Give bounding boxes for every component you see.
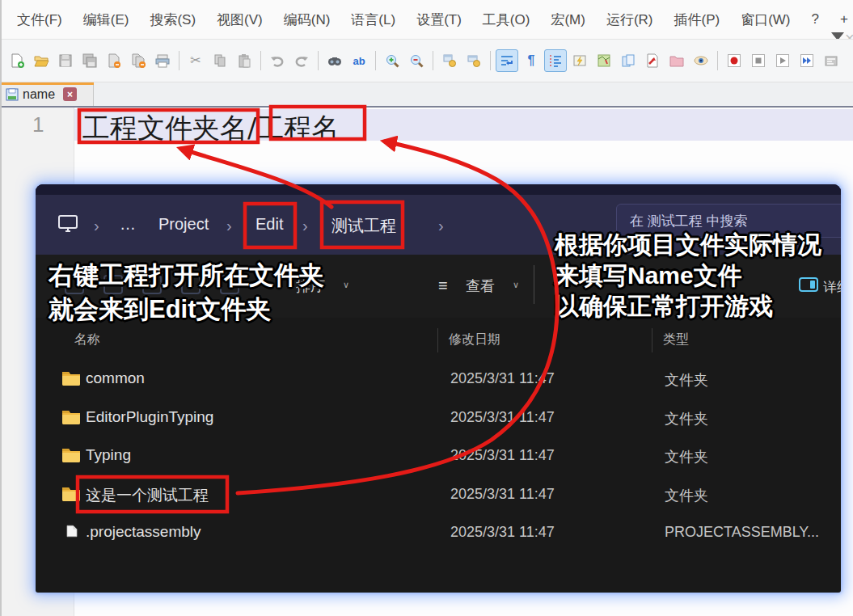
tab-name-file[interactable]: name × — [2, 82, 94, 106]
zoom-in-icon[interactable] — [381, 49, 403, 72]
find-icon[interactable] — [323, 49, 346, 72]
saved-file-icon — [6, 88, 19, 101]
menu-edit[interactable]: 编辑(E) — [73, 11, 140, 29]
breadcrumb-project[interactable]: Project — [158, 215, 209, 234]
breadcrumb-test-project[interactable]: 测试工程 — [331, 215, 396, 237]
macro-record-icon[interactable] — [723, 49, 745, 72]
file-row-projectassembly[interactable]: .projectassembly 2025/3/31 11:47 PROJECT… — [36, 513, 841, 551]
annotation-right-line3: 以确保正常打开游戏 — [555, 291, 821, 322]
close-file-icon[interactable] — [103, 49, 125, 72]
menu-view[interactable]: 视图(V) — [206, 11, 273, 29]
file-row-typing[interactable]: Typing 2025/3/31 11:47 文件夹 — [36, 436, 841, 475]
macro-play-icon[interactable] — [771, 49, 794, 72]
column-header-date[interactable]: 修改日期 — [449, 331, 500, 348]
close-all-icon[interactable] — [127, 49, 150, 72]
sync-vertical-scroll-icon[interactable] — [438, 49, 461, 72]
new-file-icon[interactable] — [6, 49, 28, 72]
redo-icon[interactable] — [290, 49, 313, 72]
menu-language[interactable]: 语言(L) — [340, 11, 406, 29]
annotation-left-line2: 就会来到Edit文件夹 — [49, 293, 324, 327]
file-row-editorplugintyping[interactable]: EditorPluginTyping 2025/3/31 11:47 文件夹 — [36, 398, 841, 437]
column-separator[interactable] — [652, 328, 652, 352]
menu-encoding[interactable]: 编码(N) — [273, 11, 341, 29]
file-date: 2025/3/31 11:47 — [450, 486, 555, 503]
cut-icon[interactable]: ✂ — [184, 49, 207, 72]
toolbar-separator — [490, 51, 491, 70]
this-pc-icon[interactable] — [57, 213, 79, 234]
open-file-icon[interactable] — [30, 49, 53, 72]
chevron-down-icon: ∨ — [343, 280, 349, 290]
zoom-out-icon[interactable] — [405, 49, 428, 72]
folder-icon — [61, 407, 81, 425]
app-window: 文件(F) 编辑(E) 搜索(S) 视图(V) 编码(N) 语言(L) 设置(T… — [0, 0, 853, 616]
breadcrumb-chevron-icon: › — [94, 217, 99, 235]
menu-tools[interactable]: 工具(O) — [472, 11, 541, 29]
menu-plugins[interactable]: 插件(P) — [663, 11, 730, 29]
toolbar-separator — [375, 51, 376, 70]
annotation-right-line1: 根据你项目文件实际情况 — [555, 230, 821, 260]
menu-bar: 文件(F) 编辑(E) 搜索(S) 视图(V) 编码(N) 语言(L) 设置(T… — [2, 0, 853, 39]
details-pane-label[interactable]: 详细信息 — [823, 278, 841, 297]
folder-icon — [61, 484, 81, 502]
menu-settings[interactable]: 设置(T) — [406, 11, 472, 29]
menu-window[interactable]: 窗口(W) — [730, 11, 800, 29]
breadcrumb-ellipsis[interactable]: … — [120, 215, 137, 234]
indent-guide-icon[interactable] — [544, 49, 567, 72]
annotation-left: 右键工程打开所在文件夹 就会来到Edit文件夹 — [49, 259, 324, 327]
macro-save-icon[interactable] — [820, 49, 842, 72]
macro-stop-icon[interactable] — [747, 49, 770, 72]
run-macro-icon[interactable] — [641, 49, 664, 72]
undo-icon[interactable] — [266, 49, 289, 72]
monitoring-icon[interactable] — [690, 49, 712, 72]
main-toolbar: ✂ ab ¶ — [2, 39, 853, 82]
tab-bar: name × — [2, 82, 853, 108]
explorer-title-strip — [36, 184, 841, 195]
new-tab-button[interactable]: + — [830, 11, 853, 27]
menu-macro[interactable]: 宏(M) — [540, 11, 595, 29]
folder-icon — [61, 445, 81, 463]
paste-icon[interactable] — [233, 49, 255, 72]
file-name: EditorPluginTyping — [86, 408, 213, 426]
breadcrumb-chevron-icon: › — [226, 217, 232, 235]
code-project-name: 工程名 — [256, 112, 339, 144]
menu-file[interactable]: 文件(F) — [6, 11, 73, 29]
annotation-right: 根据你项目文件实际情况 来填写Name文件 以确保正常打开游戏 — [555, 230, 821, 322]
column-header-name[interactable]: 名称 — [74, 331, 100, 348]
file-row-test-project[interactable]: 这是一个测试工程 2025/3/31 11:47 文件夹 — [36, 475, 841, 513]
chevron-down-icon: ∨ — [513, 280, 519, 290]
print-icon[interactable] — [151, 49, 174, 72]
column-header-type[interactable]: 类型 — [663, 331, 689, 348]
search-placeholder: 在 测试工程 中搜索 — [617, 205, 841, 230]
menu-help[interactable]: ? — [801, 11, 830, 27]
file-name: common — [86, 369, 145, 387]
view-button[interactable]: 查看 — [466, 276, 495, 296]
code-separator: / — [247, 112, 256, 144]
show-all-characters-icon[interactable]: ¶ — [520, 49, 543, 72]
save-icon[interactable] — [54, 49, 77, 72]
save-all-icon[interactable] — [78, 49, 101, 72]
macro-run-multiple-icon[interactable] — [796, 49, 818, 72]
folder-as-workspace-icon[interactable] — [665, 49, 688, 72]
annotation-right-line2: 来填写Name文件 — [555, 260, 821, 291]
sync-horizontal-scroll-icon[interactable] — [462, 49, 485, 72]
menu-search[interactable]: 搜索(S) — [139, 11, 206, 29]
file-type: 文件夹 — [665, 486, 708, 505]
file-name: Typing — [86, 446, 131, 464]
tab-close-icon[interactable]: × — [63, 87, 77, 101]
column-separator[interactable] — [437, 328, 438, 352]
breadcrumb-chevron-icon: › — [438, 217, 444, 235]
file-row-common[interactable]: common 2025/3/31 11:47 文件夹 — [36, 359, 841, 398]
file-type: 文件夹 — [665, 409, 708, 428]
toolbar-separator — [179, 51, 179, 70]
copy-icon[interactable] — [209, 49, 231, 72]
breadcrumb-edit[interactable]: Edit — [255, 215, 283, 234]
document-list-icon[interactable] — [617, 49, 640, 72]
menu-run[interactable]: 运行(R) — [596, 11, 664, 29]
line-number: 1 — [32, 112, 44, 137]
code-line[interactable]: 工程文件夹名/工程名 — [82, 110, 339, 147]
document-map-icon[interactable] — [593, 49, 615, 72]
function-tip-icon[interactable] — [568, 49, 591, 72]
annotation-left-line1: 右键工程打开所在文件夹 — [49, 259, 324, 293]
word-wrap-icon[interactable] — [496, 49, 518, 72]
replace-icon[interactable]: ab — [348, 49, 370, 72]
